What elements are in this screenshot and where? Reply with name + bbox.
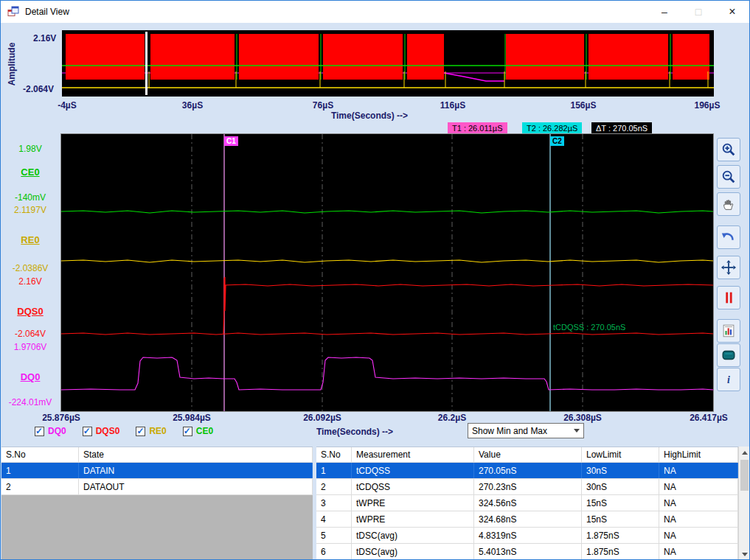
detail-x-axis-label: Time(Seconds) -->	[281, 427, 428, 437]
cell: tWPRE	[352, 511, 474, 527]
re0-channel-label[interactable]: RE0	[1, 234, 60, 245]
column-header[interactable]: Measurement	[352, 447, 474, 462]
detail-xtick: 25.984µS	[173, 413, 211, 423]
titlebar: Detail View – □ ×	[1, 1, 749, 23]
dq0-channel-label[interactable]: DQ0	[1, 371, 60, 382]
info-icon: i	[721, 371, 737, 388]
cell: 324.56nS	[474, 495, 582, 511]
detail-waveform-plot[interactable]: tCDQSS : 270.05nS	[61, 134, 713, 411]
table-row[interactable]: 2 tCDQSS 270.23nS 30nS NA	[316, 479, 738, 495]
ce0-channel-label[interactable]: CE0	[1, 167, 60, 178]
close-icon[interactable]: ×	[715, 1, 749, 23]
zoom-out-button[interactable]	[717, 165, 740, 189]
overview-waveform-plot[interactable]	[62, 30, 714, 97]
table-row[interactable]: 4 tWPRE 324.68nS 15nS NA	[316, 511, 738, 528]
zoom-in-button[interactable]	[717, 138, 740, 161]
re0-min-label: -2.0386V	[1, 263, 60, 273]
display-button[interactable]	[717, 343, 740, 367]
table-row[interactable]: 1 tCDQSS 270.05nS 30nS NA	[316, 463, 738, 479]
scroll-up-icon[interactable]	[739, 447, 750, 458]
cell: 2	[1, 479, 79, 494]
scroll-down-icon[interactable]	[739, 548, 750, 560]
channel-checkbox-ce0[interactable]: CE0	[183, 426, 213, 436]
detail-xtick: 26.417µS	[690, 413, 728, 423]
column-header[interactable]: S.No	[1, 447, 79, 462]
view-mode-dropdown[interactable]: Show Min and Max	[468, 423, 584, 438]
column-header[interactable]: LowLimit	[582, 447, 659, 462]
overview-xtick: 156µS	[571, 100, 597, 111]
cell: tDSC(avg)	[352, 544, 474, 559]
table-row[interactable]: 5 tDSC(avg) 4.8319nS 1.875nS NA	[316, 528, 738, 544]
window-controls: – □ ×	[647, 1, 749, 23]
cell: 1	[1, 463, 79, 478]
svg-text:i: i	[727, 374, 730, 385]
state-table-header: S.No State	[1, 447, 313, 463]
cell: 6	[316, 544, 352, 559]
info-button[interactable]: i	[717, 368, 740, 391]
overview-x-axis-label: Time(Seconds) -->	[259, 111, 480, 121]
table-row[interactable]: 6 tDSC(avg) 5.4013nS 1.875nS NA	[316, 544, 738, 560]
checkbox-label: DQS0	[96, 426, 120, 436]
undo-arrow-icon	[721, 229, 737, 245]
t1-readout: T1 : 26.011µS	[448, 122, 507, 133]
detail-view-window: Detail View – □ × Amplitude 2.16V -2.064…	[0, 0, 750, 560]
detail-xtick: 25.876µS	[42, 413, 80, 423]
pan-button[interactable]	[717, 192, 740, 216]
cursors-button[interactable]	[717, 286, 740, 309]
hand-icon	[721, 196, 737, 212]
dqs0-channel-label[interactable]: DQS0	[1, 306, 60, 317]
cell: 4	[316, 511, 352, 527]
c2-cursor-tag[interactable]: C2	[550, 136, 564, 146]
overview-y-min: -2.064V	[23, 84, 54, 94]
minimize-icon[interactable]: –	[647, 1, 681, 23]
cell: 15nS	[582, 495, 659, 511]
maximize-icon[interactable]: □	[681, 1, 715, 23]
checkbox-icon	[136, 427, 145, 436]
c1-cursor-tag[interactable]: C1	[224, 136, 238, 146]
column-header[interactable]: State	[79, 447, 313, 462]
cell: 2	[316, 479, 352, 494]
fit-move-button[interactable]	[717, 256, 740, 279]
undo-button[interactable]	[717, 225, 740, 249]
table-row[interactable]: 1 DATAIN	[1, 463, 313, 479]
cell: NA	[659, 528, 738, 543]
cell: 1.875nS	[582, 544, 659, 559]
state-table-empty-area	[1, 495, 313, 560]
checkbox-label: DQ0	[48, 426, 66, 436]
cell: 30nS	[582, 463, 659, 478]
table-row[interactable]: 2 DATAOUT	[1, 479, 313, 495]
column-header[interactable]: HighLimit	[659, 447, 738, 462]
cell: DATAIN	[79, 463, 313, 478]
cell: NA	[659, 511, 738, 527]
channel-checkbox-dq0[interactable]: DQ0	[35, 426, 66, 436]
overview-view-cursor[interactable]	[145, 32, 147, 95]
checkbox-label: RE0	[149, 426, 166, 436]
overview-y-axis-label: Amplitude	[7, 31, 17, 97]
report-button[interactable]	[717, 319, 740, 343]
scrollbar-thumb[interactable]	[740, 460, 749, 491]
dq0-min-label: -224.01mV	[1, 397, 60, 407]
window-title: Detail View	[25, 7, 69, 17]
measurement-table-scrollbar[interactable]	[738, 447, 750, 560]
cell: NA	[659, 544, 738, 559]
channel-checkbox-re0[interactable]: RE0	[136, 426, 166, 436]
channel-checkbox-dqs0[interactable]: DQS0	[83, 426, 120, 436]
cursor-bars-icon	[721, 290, 737, 306]
detail-xtick: 26.308µS	[563, 413, 602, 423]
measurement-table: S.No Measurement Value LowLimit HighLimi…	[316, 447, 738, 560]
column-header[interactable]: S.No	[316, 447, 352, 462]
cell: 1.875nS	[582, 528, 659, 543]
cell: tWPRE	[352, 495, 474, 511]
delta-t-readout: ΔT : 270.05nS	[591, 122, 652, 133]
detail-xtick: 26.092µS	[303, 413, 341, 423]
cell: tCDQSS	[352, 463, 474, 478]
overview-burst-blocks	[66, 34, 709, 80]
cell: NA	[659, 479, 738, 494]
cell: 270.05nS	[474, 463, 582, 478]
column-header[interactable]: Value	[474, 447, 582, 462]
measurement-table-header: S.No Measurement Value LowLimit HighLimi…	[316, 447, 738, 463]
dqs0-min-label: -2.064V	[1, 329, 60, 339]
chevron-down-icon	[574, 429, 580, 433]
cell: tDSC(avg)	[352, 528, 474, 543]
table-row[interactable]: 3 tWPRE 324.56nS 15nS NA	[316, 495, 738, 511]
